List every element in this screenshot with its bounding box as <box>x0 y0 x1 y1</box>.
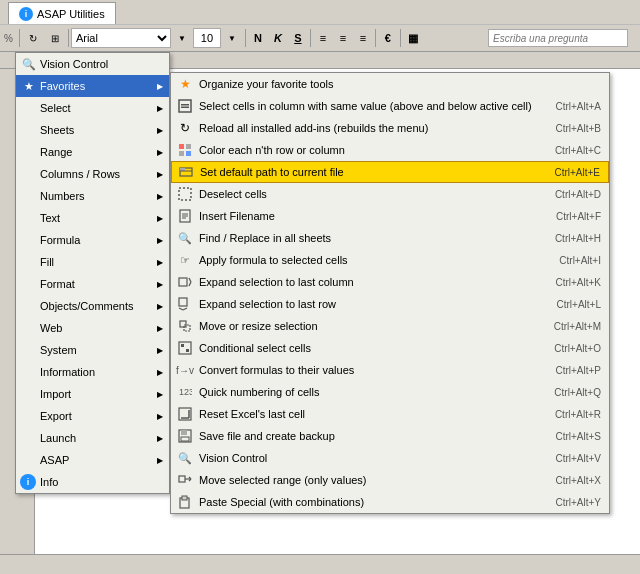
submenu-label-color-nth: Color each n'th row or column <box>199 144 345 156</box>
submenu-label-deselect: Deselect cells <box>199 188 267 200</box>
submenu-convert-formulas[interactable]: f→v Convert formulas to their values Ctr… <box>171 359 609 381</box>
left-menu: 🔍 Vision Control ★ Favorites ▶ Select ▶ … <box>15 52 170 494</box>
submenu-label-find-replace: Find / Replace in all sheets <box>199 232 331 244</box>
menu-label-objects: Objects/Comments <box>40 300 134 312</box>
sep5 <box>375 29 376 47</box>
submenu-select-same[interactable]: Select cells in column with same value (… <box>171 95 609 117</box>
submenu-paste-special[interactable]: Paste Special (with combinations) Ctrl+A… <box>171 491 609 513</box>
menu-item-objects-comments[interactable]: Objects/Comments ▶ <box>16 295 169 317</box>
italic-button[interactable]: K <box>268 28 288 48</box>
percent-label: % <box>4 33 13 44</box>
submenu-expand-col[interactable]: Expand selection to last column Ctrl+Alt… <box>171 271 609 293</box>
menu-item-import[interactable]: Import ▶ <box>16 383 169 405</box>
menu-label-columns-rows: Columns / Rows <box>40 168 120 180</box>
information-arrow: ▶ <box>157 368 163 377</box>
submenu-vision-control[interactable]: 🔍 Vision Control Ctrl+Alt+V <box>171 447 609 469</box>
find-icon: 🔍 <box>175 232 195 245</box>
submenu-label-reload: Reload all installed add-ins (rebuilds t… <box>199 122 428 134</box>
submenu-apply-formula[interactable]: ☞ Apply formula to selected cells Ctrl+A… <box>171 249 609 271</box>
menu-item-sheets[interactable]: Sheets ▶ <box>16 119 169 141</box>
bold-button[interactable]: N <box>248 28 268 48</box>
align-center-button[interactable]: ≡ <box>333 28 353 48</box>
submenu-color-nth[interactable]: Color each n'th row or column Ctrl+Alt+C <box>171 139 609 161</box>
submenu-deselect[interactable]: Deselect cells Ctrl+Alt+D <box>171 183 609 205</box>
submenu-quick-numbering[interactable]: 123 Quick numbering of cells Ctrl+Alt+Q <box>171 381 609 403</box>
shortcut-reset-last-cell: Ctrl+Alt+R <box>555 409 601 420</box>
asap-utilities-tab[interactable]: i ASAP Utilities <box>8 2 116 24</box>
menu-item-text[interactable]: Text ▶ <box>16 207 169 229</box>
svg-rect-10 <box>179 188 191 200</box>
menu-item-formula[interactable]: Formula ▶ <box>16 229 169 251</box>
submenu-reload[interactable]: ↻ Reload all installed add-ins (rebuilds… <box>171 117 609 139</box>
submenu-reset-last-cell[interactable]: Reset Excel's last cell Ctrl+Alt+R <box>171 403 609 425</box>
menu-item-web[interactable]: Web ▶ <box>16 317 169 339</box>
sep4 <box>310 29 311 47</box>
grid-button[interactable]: ⊞ <box>44 27 66 49</box>
menu-item-information[interactable]: Information ▶ <box>16 361 169 383</box>
menu-item-numbers[interactable]: Numbers ▶ <box>16 185 169 207</box>
submenu-organize[interactable]: ★ Organize your favorite tools <box>171 73 609 95</box>
extra-button[interactable]: ▦ <box>403 28 423 48</box>
organize-icon: ★ <box>175 77 195 91</box>
menu-item-asap[interactable]: ASAP ▶ <box>16 449 169 471</box>
submenu-label-move-values: Move selected range (only values) <box>199 474 367 486</box>
submenu-label-convert-formulas: Convert formulas to their values <box>199 364 354 376</box>
refresh-button[interactable]: ↻ <box>22 27 44 49</box>
sep3 <box>245 29 246 47</box>
deselect-icon <box>175 187 195 201</box>
menu-item-range[interactable]: Range ▶ <box>16 141 169 163</box>
asap-arrow: ▶ <box>157 456 163 465</box>
shortcut-move-resize: Ctrl+Alt+M <box>554 321 601 332</box>
menu-item-fill[interactable]: Fill ▶ <box>16 251 169 273</box>
svg-rect-4 <box>186 144 191 149</box>
menu-item-system[interactable]: System ▶ <box>16 339 169 361</box>
submenu-move-resize[interactable]: Move or resize selection Ctrl+Alt+M <box>171 315 609 337</box>
svg-line-20 <box>183 308 187 310</box>
status-bar <box>0 554 640 574</box>
svg-rect-22 <box>184 325 190 331</box>
submenu-save-backup[interactable]: Save file and create backup Ctrl+Alt+S <box>171 425 609 447</box>
font-size-input[interactable] <box>193 28 221 48</box>
euro-button[interactable]: € <box>378 28 398 48</box>
submenu-move-values[interactable]: Move selected range (only values) Ctrl+A… <box>171 469 609 491</box>
search-input[interactable] <box>488 29 628 47</box>
submenu-find-replace[interactable]: 🔍 Find / Replace in all sheets Ctrl+Alt+… <box>171 227 609 249</box>
svg-rect-24 <box>181 344 184 347</box>
font-size-dropdown-arrow[interactable]: ▼ <box>171 27 193 49</box>
menu-label-info: Info <box>40 476 58 488</box>
underline-button[interactable]: S <box>288 28 308 48</box>
menu-item-launch[interactable]: Launch ▶ <box>16 427 169 449</box>
menu-item-info[interactable]: i Info <box>16 471 169 493</box>
favorites-submenu: ★ Organize your favorite tools Select ce… <box>170 72 610 514</box>
submenu-conditional-select[interactable]: Conditional select cells Ctrl+Alt+O <box>171 337 609 359</box>
svg-rect-33 <box>179 476 185 482</box>
submenu-expand-row[interactable]: Expand selection to last row Ctrl+Alt+L <box>171 293 609 315</box>
submenu-insert-filename[interactable]: Insert Filename Ctrl+Alt+F <box>171 205 609 227</box>
svg-rect-21 <box>180 321 186 327</box>
menu-item-format[interactable]: Format ▶ <box>16 273 169 295</box>
menu-item-select[interactable]: Select ▶ <box>16 97 169 119</box>
svg-rect-25 <box>186 349 189 352</box>
menu-item-columns-rows[interactable]: Columns / Rows ▶ <box>16 163 169 185</box>
menu-item-vision-control[interactable]: 🔍 Vision Control <box>16 53 169 75</box>
numbering-icon: 123 <box>175 385 195 399</box>
conditional-icon <box>175 341 195 355</box>
font-size-dropdown-btn[interactable]: ▼ <box>221 27 243 49</box>
shortcut-set-path: Ctrl+Alt+E <box>554 167 600 178</box>
submenu-label-move-resize: Move or resize selection <box>199 320 318 332</box>
menu-label-import: Import <box>40 388 71 400</box>
font-select[interactable]: Arial <box>71 28 171 48</box>
menu-item-favorites[interactable]: ★ Favorites ▶ <box>16 75 169 97</box>
align-left-button[interactable]: ≡ <box>313 28 333 48</box>
shortcut-select-same: Ctrl+Alt+A <box>555 101 601 112</box>
menu-item-export[interactable]: Export ▶ <box>16 405 169 427</box>
svg-rect-31 <box>181 430 187 435</box>
sep1 <box>19 29 20 47</box>
svg-line-17 <box>189 282 191 286</box>
submenu-set-default-path[interactable]: Set default path to current file Ctrl+Al… <box>171 161 609 183</box>
move-values-icon <box>175 473 195 487</box>
shortcut-apply-formula: Ctrl+Alt+I <box>559 255 601 266</box>
align-right-button[interactable]: ≡ <box>353 28 373 48</box>
menu-label-system: System <box>40 344 77 356</box>
tab-info-icon: i <box>19 7 33 21</box>
